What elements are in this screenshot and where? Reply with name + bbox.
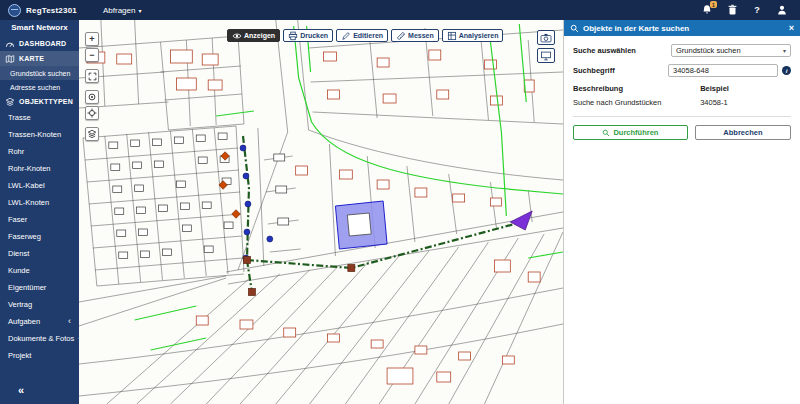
abfragen-menu[interactable]: Abfragen ▾ <box>103 6 141 15</box>
drucken-button[interactable]: Drucken <box>283 29 333 42</box>
sidebar-item-projekt[interactable]: Projekt <box>0 347 79 364</box>
search-type-select[interactable]: Grundstück suchen ▾ <box>671 44 791 57</box>
button-label: Editieren <box>353 32 383 39</box>
sidebar-item-trasse[interactable]: Trasse <box>0 109 79 126</box>
sidebar-item-label: Vertrag <box>8 300 32 309</box>
highlighted-parcel[interactable] <box>335 201 387 249</box>
gps-target-button[interactable] <box>85 106 99 120</box>
locate-icon <box>87 92 97 102</box>
button-label: Drucken <box>300 32 328 39</box>
chevron-down-icon: ▾ <box>138 7 141 14</box>
grid-chart-icon <box>447 31 457 41</box>
question-icon: ? <box>754 5 760 15</box>
user-menu-button[interactable] <box>776 4 788 16</box>
gauge-icon <box>5 39 15 49</box>
screenshot-button[interactable] <box>537 30 555 45</box>
help-button[interactable]: ? <box>751 4 763 16</box>
printer-icon <box>288 31 298 41</box>
eye-icon <box>232 31 242 41</box>
info-icon[interactable]: i <box>782 66 791 75</box>
sidebar-item-karte[interactable]: KARTE <box>0 51 79 66</box>
sidebar-item-label: DASHBOARD <box>19 40 66 47</box>
trash-icon <box>727 4 738 16</box>
analysieren-button[interactable]: Analysieren <box>442 29 504 42</box>
app-window: RegTest2301 Abfragen ▾ 1 ? <box>0 0 800 404</box>
search-term-input[interactable] <box>668 64 778 77</box>
notification-badge: 1 <box>710 1 717 8</box>
sidebar-item-label: Trasse <box>8 113 31 122</box>
topbar-actions: 1 ? <box>701 4 792 16</box>
sidebar: Smart Networx DASHBOARD KARTE Grundstück… <box>0 20 79 404</box>
sidebar-section-objekttypen[interactable]: OBJEKTTYPEN <box>0 94 79 109</box>
table-cell: Suche nach Grundstücken <box>573 98 700 107</box>
button-label: Anzeigen <box>244 32 275 39</box>
collapse-icon: « <box>18 384 24 396</box>
crosshair-icon <box>87 108 97 118</box>
column-header: Beispiel <box>700 84 791 93</box>
sidebar-item-eigentuemer[interactable]: Eigentümer <box>0 279 79 296</box>
brand[interactable]: RegTest2301 <box>8 4 77 17</box>
sidebar-item-label: LWL-Knoten <box>8 198 49 207</box>
search-icon <box>602 129 610 137</box>
sidebar-item-label: Projekt <box>8 351 31 360</box>
sidebar-item-label: Aufgaben <box>8 317 40 326</box>
sidebar-item-adresse-suchen[interactable]: Adresse suchen <box>0 80 79 94</box>
sidebar-item-rohr-knoten[interactable]: Rohr-Knoten <box>0 160 79 177</box>
sidebar-item-label: Trassen-Knoten <box>8 130 61 139</box>
close-icon[interactable]: × <box>789 24 794 33</box>
sidebar-item-label: Faserweg <box>8 232 41 241</box>
notifications-button[interactable]: 1 <box>701 4 713 16</box>
abfragen-label: Abfragen <box>103 6 135 15</box>
full-extent-button[interactable] <box>85 69 99 83</box>
cancel-button[interactable]: Abbrechen <box>695 125 791 140</box>
messen-button[interactable]: Messen <box>391 29 439 42</box>
sidebar-item-label: Grundstück suchen <box>10 70 70 77</box>
anzeigen-button[interactable]: Anzeigen <box>227 29 280 42</box>
editieren-button[interactable]: Editieren <box>336 29 388 42</box>
sidebar-item-label: Adresse suchen <box>10 84 60 91</box>
app-logo-icon <box>8 4 21 17</box>
button-label: Analysieren <box>459 32 499 39</box>
layers-button[interactable] <box>85 127 99 141</box>
sidebar-item-aufgaben[interactable]: Aufgaben ‹ <box>0 313 79 330</box>
camera-icon <box>540 33 552 43</box>
sidebar-item-faser[interactable]: Faser <box>0 211 79 228</box>
column-header: Beschreibung <box>573 84 700 93</box>
sidebar-item-lwl-knoten[interactable]: LWL-Knoten <box>0 194 79 211</box>
locate-button[interactable] <box>85 90 99 104</box>
sidebar-collapse-button[interactable]: « <box>0 380 79 404</box>
search-type-label: Suche auswählen <box>573 46 636 55</box>
trash-button[interactable] <box>726 4 738 16</box>
sidebar-item-dienst[interactable]: Dienst <box>0 245 79 262</box>
app-title: Smart Networx <box>0 20 79 36</box>
cadastral-map[interactable] <box>79 20 563 404</box>
sidebar-item-label: Dienst <box>8 249 29 258</box>
sidebar-item-kunde[interactable]: Kunde <box>0 262 79 279</box>
button-label: Messen <box>408 32 434 39</box>
sidebar-item-rohr[interactable]: Rohr <box>0 143 79 160</box>
sidebar-section-label: OBJEKTTYPEN <box>19 98 73 105</box>
search-panel-header: Objekte in der Karte suchen × <box>564 20 800 36</box>
sidebar-item-grundstueck-suchen[interactable]: Grundstück suchen <box>0 66 79 80</box>
search-panel: Objekte in der Karte suchen × Suche ausw… <box>563 20 800 404</box>
table-cell: 34058-1 <box>700 98 791 107</box>
search-icon <box>570 24 579 33</box>
sidebar-item-faserweg[interactable]: Faserweg <box>0 228 79 245</box>
map-canvas[interactable]: + − <box>79 20 563 404</box>
basemap-button[interactable] <box>537 48 555 63</box>
sidebar-item-dashboard[interactable]: DASHBOARD <box>0 36 79 51</box>
zoom-in-button[interactable]: + <box>85 32 99 46</box>
minus-icon: − <box>89 50 94 60</box>
map-controls: + − <box>85 32 99 141</box>
sidebar-item-trassen-knoten[interactable]: Trassen-Knoten <box>0 126 79 143</box>
plus-icon: + <box>89 34 94 44</box>
run-search-button[interactable]: Durchführen <box>573 125 688 140</box>
zoom-out-button[interactable]: − <box>85 48 99 62</box>
sidebar-item-dokumente-fotos[interactable]: Dokumente & Fotos ‹ <box>0 330 79 347</box>
divider <box>573 116 791 117</box>
sidebar-item-vertrag[interactable]: Vertrag <box>0 296 79 313</box>
topbar: RegTest2301 Abfragen ▾ 1 ? <box>0 0 800 20</box>
sidebar-item-lwl-kabel[interactable]: LWL-Kabel <box>0 177 79 194</box>
panel-title: Objekte in der Karte suchen <box>583 24 689 33</box>
map-toolbar: Anzeigen Drucken Editieren Messen Analys… <box>227 29 503 42</box>
